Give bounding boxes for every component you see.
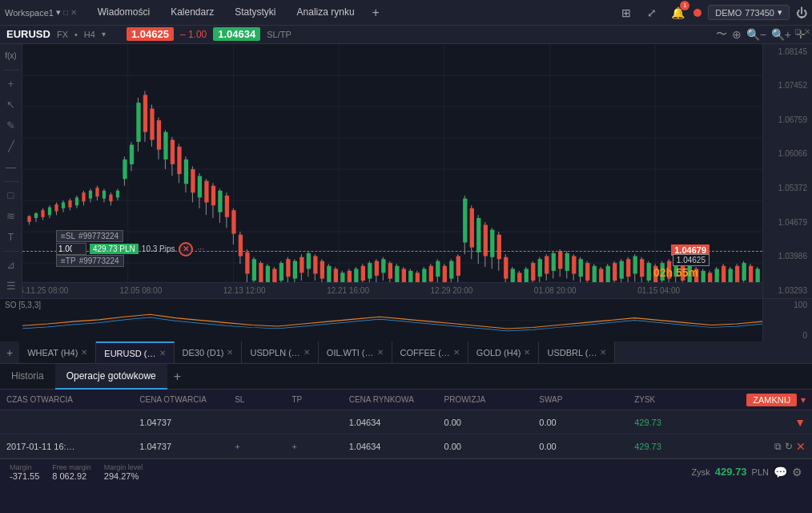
td-tp-2[interactable]: + (291, 442, 348, 451)
rect-tool[interactable]: □ (2, 187, 21, 204)
tab-oilwti[interactable]: OIL.WTI (… ✕ (319, 341, 392, 364)
td-rynkowa-2: 1.04634 (349, 442, 444, 451)
chat-icon[interactable]: 💬 (774, 466, 787, 479)
chart-main[interactable]: 1.04679 1.04625 ≡SL #99773224 429.73 PLN… (22, 44, 762, 298)
nav-analiza[interactable]: Analiza rynku (287, 0, 364, 26)
margin-level-value: 294.27% (104, 471, 143, 481)
tab-eurusd-label: EURUSD (… (104, 349, 155, 358)
close-order-button[interactable]: ✕ (179, 242, 193, 256)
close-arrow-icon[interactable]: ▾ (801, 394, 806, 406)
svg-rect-120 (388, 263, 392, 279)
fullscreen-icon[interactable]: ⤢ (642, 3, 661, 22)
zoom-out-icon[interactable]: 🔍− (746, 28, 766, 41)
horizontal-tool[interactable]: — (2, 159, 21, 176)
power-icon[interactable]: ⏻ (796, 6, 807, 19)
table-row-1: 2017-01-11 16:… 1.04737 + + 1.04634 0.00… (0, 434, 812, 458)
close-all-button[interactable]: ZAMKNIJ (746, 394, 797, 406)
svg-rect-196 (647, 263, 651, 281)
row2-refresh-icon[interactable]: ↻ (785, 441, 793, 452)
arrow-tool[interactable]: ↖ (2, 96, 21, 114)
tab-usdbrl-close[interactable]: ✕ (600, 348, 606, 357)
td-action-1: ▼ (730, 416, 806, 429)
qty-input[interactable] (56, 243, 86, 255)
margin-level-label: Margin level (104, 463, 143, 471)
zysk-label: Zysk (692, 467, 710, 477)
pencil-tool[interactable]: ✎ (2, 117, 21, 135)
bell-icon[interactable]: 🔔 (668, 3, 687, 22)
tab-usdbrl-label: USDBRL (… (547, 348, 597, 357)
text-tool[interactable]: T (2, 228, 21, 246)
tab-operacje[interactable]: Operacje gotówkowe (55, 364, 167, 390)
workspace-name: Workspace1 (5, 8, 54, 18)
wave-icon[interactable]: 〜 (716, 27, 727, 42)
timeframe-arrow[interactable]: ▾ (102, 30, 106, 38)
layout-icon[interactable]: ⊞ (617, 3, 636, 22)
row2-copy-icon[interactable]: ⧉ (774, 441, 782, 452)
svg-rect-18 (41, 210, 44, 217)
indicator-icon[interactable]: ⊕ (732, 28, 742, 41)
tab-coffee-close[interactable]: ✕ (453, 348, 460, 357)
svg-rect-188 (620, 261, 624, 278)
svg-rect-66 (204, 180, 208, 202)
tab-wheat[interactable]: WHEAT (H4) ✕ (19, 341, 96, 364)
tab-eurusd[interactable]: EURUSD (… ✕ (96, 341, 174, 364)
nav-kalendarz[interactable]: Kalendarz (161, 0, 223, 26)
fib-tool[interactable]: ≋ (2, 208, 21, 225)
svg-rect-72 (225, 196, 229, 217)
tab-de30-close[interactable]: ✕ (227, 348, 233, 357)
tab-oilwti-label: OIL.WTI (… (327, 348, 374, 357)
tab-oilwti-close[interactable]: ✕ (377, 348, 384, 357)
tab-historia[interactable]: Historia (0, 364, 55, 390)
svg-rect-152 (497, 235, 501, 259)
candlestick-chart (22, 44, 762, 298)
td-cena-1: 1.04737 (139, 418, 235, 427)
row1-close-icon[interactable]: ▼ (794, 416, 806, 429)
tab-de30[interactable]: DE30 (D1) ✕ (175, 341, 243, 364)
svg-rect-222 (735, 266, 739, 283)
line-tool[interactable]: ╱ (2, 138, 21, 156)
nav-wiadomosci[interactable]: Wiadomości (88, 0, 159, 26)
svg-rect-62 (191, 169, 195, 192)
top-right: ⊞ ⤢ 🔔 DEMO 773450 ▾ ⏻ (617, 3, 807, 22)
status-right: Zysk 429.73 PLN 💬 ⚙ (692, 466, 802, 479)
svg-rect-90 (286, 259, 290, 277)
workspace-label[interactable]: Workspace1 ▾ □ ✕ (5, 7, 77, 18)
resize-icon[interactable]: ⊡ (794, 27, 801, 36)
row2-close-icon[interactable]: ✕ (796, 440, 806, 453)
svg-rect-80 (252, 259, 256, 281)
svg-rect-78 (245, 252, 249, 273)
tab-coffee[interactable]: COFFEE (… ✕ (392, 341, 468, 364)
zoom-in-icon[interactable]: 🔍+ (771, 28, 791, 41)
svg-rect-130 (422, 269, 426, 283)
td-sl-2[interactable]: + (235, 442, 291, 451)
nav-add-button[interactable]: + (366, 2, 386, 23)
crosshair-tool[interactable]: + (2, 75, 21, 93)
nav-statystyki[interactable]: Statystyki (225, 0, 285, 26)
tab-coffee-label: COFFEE (… (400, 348, 450, 357)
tab-usdbrl[interactable]: USDBRL (… ✕ (539, 341, 615, 364)
demo-badge: DEMO 773450 ▾ (708, 5, 790, 20)
chart-close-icon[interactable]: ✕ (804, 27, 810, 36)
free-margin-value: 8 062.92 (52, 471, 91, 481)
tab-gold-close[interactable]: ✕ (524, 348, 530, 357)
svg-rect-148 (484, 224, 488, 256)
tab-usdpln[interactable]: USDPLN (… ✕ (242, 341, 318, 364)
left-toolbar: f(x) + ↖ ✎ ╱ — □ ≋ T ⊿ ☰ (0, 44, 22, 298)
margin-value: -371.55 (10, 471, 39, 481)
add-chart-tab-button[interactable]: + (0, 346, 19, 359)
svg-rect-26 (68, 200, 71, 208)
zysk-value: 429.73 (715, 466, 747, 478)
th-zysk: Zysk (634, 395, 730, 404)
svg-rect-118 (381, 259, 385, 273)
layers-icon[interactable]: ☰ (2, 277, 21, 295)
svg-rect-122 (395, 266, 399, 283)
tab-usdpln-close[interactable]: ✕ (303, 348, 310, 357)
tab-gold[interactable]: GOLD (H4) ✕ (468, 341, 540, 364)
measure-tool[interactable]: ⊿ (2, 256, 21, 274)
svg-rect-74 (231, 210, 235, 233)
tab-eurusd-close[interactable]: ✕ (159, 349, 166, 357)
tab-wheat-close[interactable]: ✕ (81, 348, 87, 357)
add-bottom-tab-button[interactable]: + (167, 370, 187, 384)
svg-rect-98 (313, 256, 317, 273)
settings-icon[interactable]: ⚙ (792, 466, 802, 479)
